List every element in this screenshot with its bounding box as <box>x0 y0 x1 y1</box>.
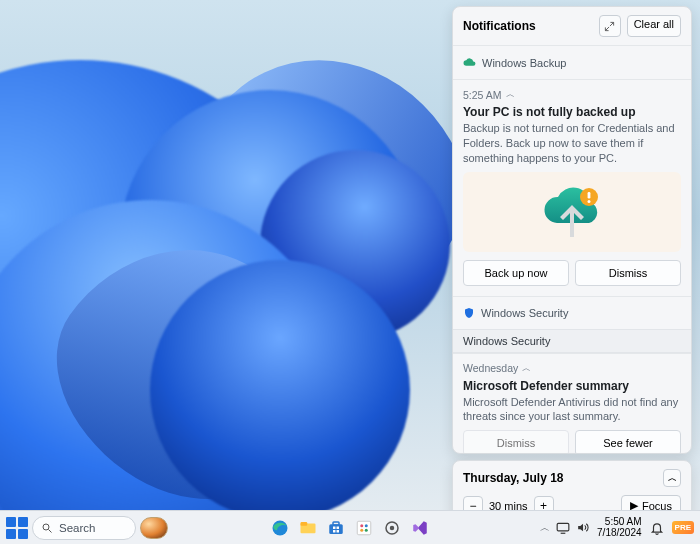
notification-body: Backup is not turned on for Credentials … <box>463 121 681 166</box>
expand-icon <box>604 21 615 32</box>
visual-studio-icon[interactable] <box>409 517 431 539</box>
notification-day: Wednesday <box>463 362 518 374</box>
notification-section-title: Windows Security <box>453 329 691 353</box>
dismiss-button[interactable]: Dismiss <box>463 430 569 454</box>
taskbar-date: 7/18/2024 <box>597 528 642 539</box>
start-button[interactable] <box>6 517 28 539</box>
chevron-up-icon: ︿ <box>668 472 677 485</box>
backup-now-button[interactable]: Back up now <box>463 260 569 286</box>
svg-rect-10 <box>333 526 335 528</box>
edge-icon[interactable] <box>269 517 291 539</box>
svg-rect-13 <box>337 530 339 532</box>
taskbar-time: 5:50 AM <box>605 517 642 528</box>
notification-card-security[interactable]: Windows Security <box>453 296 691 329</box>
search-placeholder: Search <box>59 522 95 534</box>
notification-title: Microsoft Defender summary <box>463 379 681 393</box>
notifications-bell-icon[interactable] <box>650 521 664 535</box>
dismiss-button[interactable]: Dismiss <box>575 260 681 286</box>
collapse-calendar-button[interactable]: ︿ <box>663 469 681 487</box>
notifications-header: Notifications <box>463 19 536 33</box>
notification-card-backup[interactable]: Windows Backup <box>453 45 691 79</box>
notification-title: Your PC is not fully backed up <box>463 105 681 119</box>
notification-center: Notifications Clear all Windows Backup 5… <box>452 6 692 525</box>
see-fewer-button[interactable]: See fewer <box>575 430 681 454</box>
svg-point-18 <box>365 528 368 531</box>
notification-time: 5:25 AM <box>463 89 502 101</box>
svg-point-15 <box>360 524 363 527</box>
system-tray[interactable]: ︿ <box>540 521 589 535</box>
svg-point-3 <box>43 524 49 530</box>
chevron-up-icon[interactable]: ︿ <box>522 362 531 375</box>
chevron-up-icon[interactable]: ︿ <box>540 521 550 535</box>
taskbar-clock[interactable]: 5:50 AM 7/18/2024 <box>597 517 642 538</box>
taskbar-search[interactable]: Search <box>32 516 136 540</box>
expand-notifications-button[interactable] <box>599 15 621 37</box>
settings-icon[interactable] <box>381 517 403 539</box>
chevron-up-icon[interactable]: ︿ <box>506 88 515 101</box>
svg-rect-14 <box>357 521 371 535</box>
svg-point-20 <box>390 525 395 530</box>
notifications-panel: Notifications Clear all Windows Backup 5… <box>452 6 692 454</box>
notification-body: Microsoft Defender Antivirus did not fin… <box>463 395 681 425</box>
app-icon[interactable] <box>353 517 375 539</box>
calendar-date: Thursday, July 18 <box>463 471 563 485</box>
svg-rect-12 <box>333 530 335 532</box>
svg-point-16 <box>365 524 368 527</box>
file-explorer-icon[interactable] <box>297 517 319 539</box>
svg-rect-21 <box>557 523 569 531</box>
svg-point-2 <box>588 200 591 203</box>
svg-rect-11 <box>337 526 339 528</box>
display-icon[interactable] <box>556 522 570 534</box>
taskbar: Search ︿ 5:50 AM 7/18/2024 PRE <box>0 510 700 544</box>
notification-app-name: Windows Backup <box>482 57 566 69</box>
volume-icon[interactable] <box>576 521 589 534</box>
cloud-backup-icon <box>463 56 476 69</box>
svg-point-17 <box>360 528 363 531</box>
taskbar-pinned-apps <box>269 517 431 539</box>
svg-rect-7 <box>301 522 308 526</box>
shield-icon <box>463 307 475 319</box>
svg-rect-1 <box>588 192 591 199</box>
taskbar-widgets-button[interactable] <box>140 517 168 539</box>
preview-build-badge[interactable]: PRE <box>672 521 694 534</box>
svg-line-4 <box>49 529 52 532</box>
svg-rect-9 <box>333 522 339 525</box>
notification-hero-image <box>463 172 681 252</box>
clear-all-button[interactable]: Clear all <box>627 15 681 37</box>
search-icon <box>41 522 53 534</box>
microsoft-store-icon[interactable] <box>325 517 347 539</box>
notification-app-name: Windows Security <box>481 307 568 319</box>
